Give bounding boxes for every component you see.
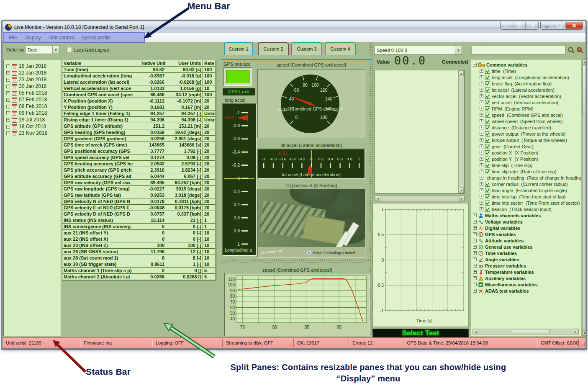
expand-icon[interactable]: + <box>473 264 477 268</box>
variable-cell[interactable]: aux 30 (SB trigger state) <box>62 261 140 268</box>
tree-item-wheel-speed[interactable]: +wheel speed (Speed from wheels) <box>473 118 581 124</box>
tree-item-gear[interactable]: +gear (Current Gear) <box>473 143 581 149</box>
variable-cell[interactable]: Longitudinal acceleration (long <box>62 73 140 79</box>
expand-icon[interactable]: + <box>480 75 483 79</box>
tree-item-position-X[interactable]: +position X (X Position) <box>473 149 581 156</box>
variable-cell[interactable]: GPS raw latitude (GPS lat) <box>62 192 140 198</box>
variable-cell[interactable]: Time (time) <box>62 67 140 73</box>
minimize-button[interactable] <box>541 22 553 29</box>
variable-cell[interactable]: Maths channel 2 (Absolute Lat <box>62 274 140 280</box>
expand-icon[interactable]: + <box>6 64 10 68</box>
variable-cell[interactable]: GPS gradient (GPS gradient) <box>62 136 140 142</box>
checkbox-checked-icon[interactable] <box>485 207 490 212</box>
table-header-variable[interactable]: Variable <box>62 60 140 67</box>
test-select-dropdown[interactable]: Speed 0-100-0 ▼ <box>374 46 462 55</box>
order-by-select[interactable]: Date ▼ <box>25 46 59 54</box>
variable-cell[interactable]: aux 21 (INS offset Y) <box>62 230 140 236</box>
session-date-row[interactable]: +22 Jan 2018 <box>4 69 61 76</box>
checkbox-checked-icon[interactable] <box>485 125 490 130</box>
tree-category-voltage-variables[interactable]: +Voltage variables <box>473 219 581 225</box>
tree-category-auxillary-variables[interactable]: +!Auxillary variables <box>473 275 581 281</box>
session-date-row[interactable]: +08 Feb 2018 <box>4 103 61 110</box>
expand-icon[interactable]: + <box>480 182 483 186</box>
expand-icon[interactable]: + <box>480 82 483 85</box>
tree-category-pressure-variables[interactable]: +Pressure variables <box>473 262 581 269</box>
tree-item-brake-flag[interactable]: +brake flag (Acceleration flag) <box>473 80 581 87</box>
expand-icon[interactable]: + <box>473 289 477 293</box>
variable-cell[interactable]: Maths channel 1 (Time slip s p) <box>62 268 140 274</box>
session-date-row[interactable]: +07 Feb 2018 <box>4 96 61 103</box>
results-listbox[interactable]: ▲ ▼ <box>375 70 465 194</box>
maximize-button[interactable] <box>553 22 566 29</box>
expand-icon[interactable]: + <box>480 107 483 111</box>
checkbox-checked-icon[interactable] <box>485 144 490 149</box>
tab-custom-4[interactable]: Custom 4 <box>325 42 356 55</box>
variable-cell[interactable]: INS convergence (INS converg <box>62 224 140 230</box>
tree-item-torque-output[interactable]: +torque output (Torque at the wheels) <box>473 137 581 143</box>
tree-item-distance[interactable]: +distance (Distance travelled) <box>473 124 581 131</box>
scroll-down-icon[interactable]: ▼ <box>459 188 464 193</box>
expand-icon[interactable]: + <box>473 214 477 217</box>
expand-icon[interactable]: + <box>473 239 477 242</box>
tree-item-long-accel[interactable]: +long accel (Longitudinal acceleration) <box>473 74 581 80</box>
title-bar[interactable]: Live Monitor - Version 10.0.18 [Connecte… <box>3 21 585 33</box>
variable-cell[interactable]: GPS heading accuracy (GPS he <box>62 161 140 167</box>
tree-category-time-variables[interactable]: +Time variables <box>473 250 581 256</box>
expand-icon[interactable]: + <box>6 131 10 135</box>
checkbox-checked-icon[interactable] <box>485 169 490 174</box>
results-scrollbar[interactable]: ▲ ▼ <box>458 70 464 193</box>
checkbox-checked-icon[interactable] <box>485 81 490 86</box>
move-button[interactable] <box>513 22 526 29</box>
variable-search-input[interactable] <box>472 46 565 55</box>
checkbox-checked-icon[interactable] <box>485 150 490 155</box>
tree-item-vert-accel[interactable]: +vert accel (Vertical acceleration) <box>473 99 581 106</box>
close-button[interactable] <box>566 22 583 29</box>
expand-icon[interactable]: + <box>473 226 477 230</box>
expand-icon[interactable]: + <box>480 151 483 154</box>
expand-icon[interactable]: + <box>473 232 477 236</box>
expand-icon[interactable]: + <box>6 111 10 115</box>
tab-custom-2[interactable]: Custom 2 <box>258 42 289 55</box>
variable-cell[interactable]: GPS time of week (GPS time) <box>62 142 140 148</box>
tree-root-common-variables[interactable]: −Common variables <box>473 62 581 68</box>
expand-icon[interactable]: + <box>6 91 10 95</box>
expand-icon[interactable]: + <box>480 207 483 211</box>
tree-category-digital-variables[interactable]: +Digital variables <box>473 225 581 231</box>
variable-cell[interactable]: GPS velocity N of NED (GPS N <box>62 198 140 205</box>
checkbox-checked-icon[interactable] <box>485 75 490 80</box>
lock-grid-checkbox[interactable] <box>67 47 72 52</box>
tree-item-RPM[interactable]: +RPM (Engine RPM) <box>473 106 581 112</box>
expand-icon[interactable]: + <box>473 257 477 261</box>
session-date-row[interactable]: +19 Jul 2018 <box>4 116 61 123</box>
session-date-row[interactable]: +23 Jan 2018 <box>4 76 61 83</box>
position-map[interactable]: Grosvenor Rd Race Technology Limited <box>257 189 365 257</box>
variable-cell[interactable]: GPS speed accuracy (GPS vel <box>62 154 140 161</box>
tree-category-maths-channels-variables[interactable]: +Maths channels variables <box>473 212 581 219</box>
expand-icon[interactable]: + <box>473 220 477 224</box>
session-date-row[interactable]: +09 Feb 2018 <box>4 110 61 116</box>
checkbox-checked-icon[interactable] <box>485 87 490 93</box>
checkbox-checked-icon[interactable] <box>485 138 490 143</box>
expand-icon[interactable]: + <box>473 283 477 286</box>
variable-cell[interactable]: aux 28 (Sat count mod 1) <box>62 255 140 261</box>
expand-icon[interactable]: + <box>6 71 10 75</box>
tree-category-angle-variables[interactable]: +Angle variables <box>473 256 581 262</box>
wrench-button[interactable] <box>501 22 513 29</box>
variable-cell[interactable]: aux 22 (INS offset X) <box>62 236 140 242</box>
variable-cell[interactable]: GPS velocity D of NED (GPS D <box>62 211 140 217</box>
tab-custom-3[interactable]: Custom 3 <box>291 42 322 55</box>
scrollbar-thumb[interactable] <box>583 66 585 116</box>
session-date-row[interactable]: +19 Jan 2018 <box>4 63 61 69</box>
tree-item-time-into-sector[interactable]: +time into sector (Time From start of se… <box>473 200 581 206</box>
expand-icon[interactable]: + <box>480 126 483 129</box>
checkbox-checked-icon[interactable] <box>485 157 490 162</box>
table-header-rate[interactable]: Rate <box>203 60 216 67</box>
session-date-row[interactable]: +05 Feb 2018 <box>4 90 61 96</box>
expand-icon[interactable]: + <box>480 113 483 117</box>
tree-category-general-use-variables[interactable]: +General use variables <box>473 244 581 250</box>
checkbox-checked-icon[interactable] <box>485 106 490 111</box>
expand-icon[interactable]: + <box>6 85 10 88</box>
tree-item-change-in-heading[interactable]: +change in heading (Rate of change in he… <box>473 175 581 181</box>
tree-item-beacon[interactable]: +beacon (Track beacon input) <box>473 206 581 212</box>
expand-icon[interactable]: + <box>473 251 477 255</box>
